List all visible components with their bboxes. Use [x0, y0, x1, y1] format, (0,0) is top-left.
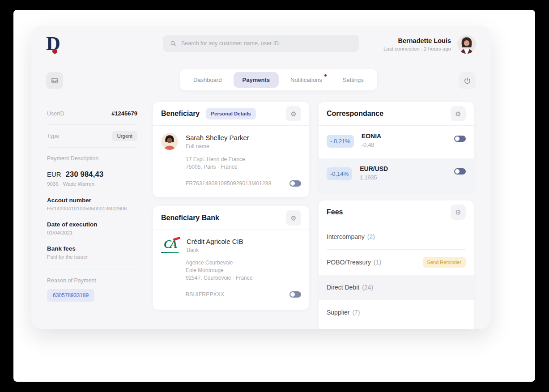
beneficiary-settings-button[interactable]: ⚙ [286, 106, 301, 121]
gear-icon: ⚙ [455, 209, 461, 216]
address-line: Eole Montrouge [186, 267, 301, 274]
last-connection: Last connection : 2 hours ago [383, 46, 451, 51]
fee-row-intercompany[interactable]: Intercompany (2) [319, 224, 474, 249]
rate-name: EUR/USD [360, 165, 388, 172]
user-name: Bernadette Louis [383, 37, 451, 44]
search-input[interactable] [181, 40, 352, 47]
inbox-icon [51, 77, 59, 85]
gear-icon: ⚙ [290, 111, 296, 117]
personal-details-badge[interactable]: Personal Details [206, 108, 255, 119]
type-row: Type Urgent [47, 131, 137, 141]
date-of-execution-label: Date of execution [47, 221, 137, 228]
bank-row: CA Crédit Agricole CIB Bank [153, 230, 309, 253]
currency: EUR [47, 170, 61, 178]
address-line: 92547, Courbevoie · France [186, 274, 301, 282]
tab-notifications[interactable]: Notifications [281, 72, 331, 88]
type-badge: Urgent [112, 131, 137, 141]
address-line: 17 Espl. Henri de France [186, 156, 301, 163]
account-number-block: Accout number FR1420041010050500013M0260… [47, 197, 137, 211]
bank-name: Crédit Agricole CIB [187, 238, 243, 245]
eurusd-toggle[interactable] [454, 168, 466, 175]
fees-card-header: Fees ⚙ [319, 200, 474, 224]
user-profile: Bernadette Louis Last connection : 2 hou… [383, 35, 476, 54]
account-number-value: FR1420041010050500013M02606 [47, 206, 137, 211]
bank-fees-block: Bank fees Paid by the issuer [47, 245, 137, 260]
user-avatar[interactable] [457, 35, 476, 54]
bank-fees-label: Bank fees [47, 245, 137, 252]
beneficiary-card-header: Beneficiary Personal Details ⚙ [153, 102, 309, 126]
beneficiary-bank-card-header: Beneficiary Bank ⚙ [153, 206, 309, 230]
rate-value: 1.1935 [360, 175, 388, 181]
beneficiary-avatar [161, 133, 178, 150]
divider [47, 147, 137, 148]
correspondance-card: Correspondance ⚙ - 0,21% EONIA -0,48 -0,… [319, 102, 474, 192]
beneficiary-bank-card: Beneficiary Bank ⚙ CA Crédit Agricole CI… [153, 206, 309, 310]
fees-settings-button[interactable]: ⚙ [451, 205, 466, 220]
correspondance-card-header: Correspondance ⚙ [319, 102, 474, 126]
beneficiary-title: Beneficiary [161, 110, 200, 118]
bank-bic: BSUIFRPPXXX [186, 291, 224, 298]
userid-row: UserID #1245679 [47, 110, 137, 117]
eonia-toggle[interactable] [454, 136, 466, 142]
divider [47, 124, 137, 125]
beneficiary-card: Beneficiary Personal Details ⚙ Sarah Sh [153, 102, 309, 197]
search-icon [170, 40, 176, 47]
gear-icon: ⚙ [290, 215, 296, 222]
divider [327, 325, 466, 325]
beneficiary-iban-row: FR7631480910950929013M01288 [186, 180, 301, 187]
beneficiary-person-row: Sarah Shelley Parker Full name [153, 126, 309, 150]
fees-card: Fees ⚙ Intercompany (2) POBO/Treasury (1… [319, 200, 474, 329]
app-logo: D [46, 33, 67, 55]
beneficiary-iban: FR7631480910950929013M01288 [186, 180, 272, 187]
notification-dot [324, 74, 327, 77]
credit-agricole-logo: CA [161, 237, 179, 253]
logo-dot [52, 49, 57, 54]
fees-title: Fees [327, 208, 343, 216]
fee-row-pobo-treasury[interactable]: POBO/Treasury (1) Send Reminder [319, 250, 474, 275]
search-bar[interactable] [163, 35, 359, 52]
power-icon [464, 77, 471, 85]
bank-address: Agence Courbevoie Eole Montrouge 92547, … [186, 259, 301, 282]
date-of-execution-value: 01/04/2021 [47, 230, 137, 235]
correspondance-settings-button[interactable]: ⚙ [451, 106, 466, 121]
rate-name: EONIA [362, 132, 381, 140]
amount: 230 984,43 [66, 170, 104, 179]
account-number-label: Accout number [47, 197, 137, 204]
payment-description-label: Payment Description [47, 155, 137, 162]
gear-icon: ⚙ [455, 111, 461, 117]
beneficiary-name-caption: Full name [186, 143, 249, 149]
payment-meta: 9036 · Wade Warren [47, 181, 137, 187]
tab-payments[interactable]: Payments [234, 72, 279, 88]
app-window: D Bernadette Louis Last connection : 2 h… [31, 26, 491, 329]
bank-bic-toggle[interactable] [289, 291, 301, 298]
header-divider [46, 61, 476, 61]
bank-bic-row: BSUIFRPPXXX [186, 291, 301, 298]
fee-row-supplier[interactable]: Supplier (7) [319, 300, 474, 325]
address-line: 75005, Paris · France [186, 163, 301, 171]
correspondance-title: Correspondance [327, 110, 383, 118]
rate-badge: - 0,21% [327, 135, 354, 148]
bank-logo-red-stripe [173, 237, 181, 241]
rate-badge: -0,14% [327, 167, 352, 180]
correspondance-row-eonia: - 0,21% EONIA -0,48 [319, 126, 474, 158]
beneficiary-bank-title: Beneficiary Bank [161, 214, 219, 222]
beneficiary-iban-toggle[interactable] [289, 180, 301, 187]
correspondance-row-eurusd: -0,14% EUR/USD 1.1935 [319, 158, 474, 192]
userid-label: UserID [47, 111, 64, 117]
main-nav: Dashboard Payments Notifications Setting… [180, 69, 377, 90]
bank-fees-value: Paid by the issuer [47, 254, 137, 260]
tab-dashboard[interactable]: Dashboard [184, 72, 231, 88]
fee-row-direct-debit[interactable]: Direct Debit (24) [319, 275, 474, 300]
amount-row: EUR 230 984,43 [47, 170, 137, 179]
logout-button[interactable] [459, 72, 476, 89]
bank-caption: Bank [187, 247, 243, 253]
send-reminder-button[interactable]: Send Reminder [423, 257, 466, 268]
payment-summary-sidebar: UserID #1245679 Type Urgent Payment Desc… [47, 110, 137, 302]
beneficiary-bank-settings-button[interactable]: ⚙ [286, 210, 301, 226]
reason-of-payment-label: Reason of Payment [47, 277, 137, 284]
date-of-execution-block: Date of execution 01/04/2021 [47, 221, 137, 235]
beneficiary-address: 17 Espl. Henri de France 75005, Paris · … [186, 156, 301, 171]
reason-of-payment-badge: 630578933189 [47, 289, 94, 302]
inbox-button[interactable] [46, 72, 63, 89]
tab-settings[interactable]: Settings [334, 72, 373, 88]
